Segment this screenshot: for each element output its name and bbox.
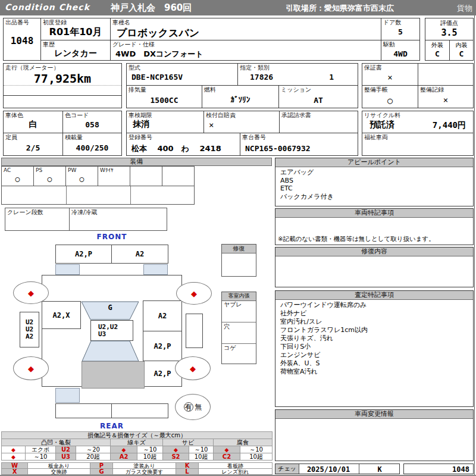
damage-diamond-icon: ◆ [190,364,196,373]
panel-title: 車両変更情報 [275,410,473,419]
spare-have-circled: 有 [184,402,193,412]
field-value: 058 [63,120,121,129]
legend-code: C2 [213,453,240,461]
diagram-roof: U2,U2 U3 [90,320,133,341]
brand-title: Condition Check [5,2,90,12]
repair-details-panel: 修復内容 [275,247,474,287]
legend-code: S2 [162,453,189,461]
diagram-right-fender: A2 [143,300,182,331]
assessment-item: エンジンサビ [280,351,468,359]
diagram-left-side-sill: U2 U2 A2 [20,312,39,347]
panel-title: アピールポイント [275,158,473,167]
field-value: 400/250 [63,143,121,152]
field-label: 整備記録 [420,86,444,93]
field-history: 車歴 レンタカー [40,40,111,61]
field-value: 4WD DXコンフォート [115,49,203,60]
field-value: ○ [362,95,418,106]
field-value: プロボックスバン [117,26,199,40]
field-body-color: 車体色 白 [3,111,63,133]
field-label: 積載量 [65,134,83,140]
field-load: 積載量 400/250 [62,133,122,156]
field-value: 白 [4,119,62,130]
assessment-item: 社外ナビ [280,309,468,318]
damage-diamond-icon: ◆ [191,289,197,298]
field-class-number: 指定・類別 17826 1 [237,63,358,86]
field-label: 整備手帳 [364,86,388,93]
assessment-item: 外装A、U、S [280,359,468,368]
appeal-item: エアバッグ [280,168,468,177]
assessment-item: フロントガラスワレ1cm以内 [280,326,468,334]
damage-diamond-icon: ◆ [28,364,34,373]
legend-code-label: 交換跡 [27,468,90,475]
field-lot-number: 出品番号 1048 [3,18,41,61]
field-value: ｶﾞｿﾘﾝ [202,95,278,104]
assessment-notes-panel: 査定特記事項 パワーウインドウ運転席のみ 社外ナビ 室内汚れ/スレ フロントガラ… [275,290,474,407]
appeal-points-panel: アピールポイント エアバッグ ABS ETC バックカメラ付き [275,158,474,206]
interior-grade: C [450,49,473,58]
field-label: 福祉車両 [364,134,388,140]
field-fuel: 燃料 ｶﾞｿﾘﾝ [202,85,279,108]
headlight-left-glass [55,264,80,275]
panel-title: 査定特記事項 [275,291,473,300]
equipment-section-header: 装備 [1,158,272,166]
check-inspector: K [359,465,400,474]
field-label: 承認請求書 [281,112,311,118]
wheel-front-right: ◆ [176,282,212,305]
cabin-lining-box: 客室内張 ヤブレ 穴 コゲ [221,292,256,364]
cabin-lining-title: 客室内張 [222,292,256,301]
appeal-item: ABS [280,177,468,185]
field-label: 検付自賠責 [206,112,236,118]
field-maintenance-record: 整備記録 × [418,85,474,108]
appeal-item: ETC [280,184,468,193]
field-warranty: 保証書 × [362,63,418,86]
headlight-right-glass [143,264,168,275]
mileage-value: 77,925km [4,71,121,86]
check-label: チェック [275,464,299,474]
legend-code-label: レンズ割れ [198,468,273,475]
field-label: 保証書 [364,64,382,71]
front-direction-label: FRONT [82,233,142,241]
field-registration-number: 登録番号 松本 400 わ 2418 [126,133,240,156]
field-chassis-number: 車台番号 NCP165-0067932 [240,133,358,156]
check-lot-number: 1048 [403,464,474,474]
sheet-right-edge [474,15,475,475]
field-label: 評価点 [425,19,473,27]
field-displacement: 排気量 1500CC [126,85,202,108]
field-label: 定員 [5,134,17,140]
field-label: ドア数 [383,19,401,26]
field-label: 車検期限 [129,112,152,118]
class-value-2: 1 [329,73,334,82]
field-label: 燃料 [204,86,216,93]
field-mileage: 走行（現メーター） 77,925km [3,63,122,108]
legend-size: 20超 [76,453,111,461]
recycle-status: 預託済 [369,120,394,130]
score-value: 3.5 [425,27,473,38]
field-first-registration: 初度登録 R01年10月 [40,18,111,40]
field-score-block: 評価点 3.5 外装 C 内装 C [425,18,474,61]
damage-diamond-icon: ◆ [28,289,34,298]
equipment-cell-ac: AC ○ [1,166,34,186]
field-grade: グレード・仕様 4WD DXコンフォート [110,40,383,61]
legend-size: 10超 [189,453,214,461]
legend-size: 10超 [240,453,273,461]
windshield-mark: G [81,303,139,312]
spare-tire-indicator: 有無 [175,394,211,420]
assessment-item: 荷物室A汚れ [280,368,468,376]
check-strip: チェック 2025/10/01 K [275,464,400,474]
field-recycle-fee: リサイクル料 預託済 7,440円 [362,111,474,133]
field-label: 車歴 [43,41,55,48]
appeal-item: バックカメラ付き [280,193,468,201]
equipment-row2 [1,186,195,205]
legend-code: A2 [110,453,137,461]
cabin-lining-row: ヤブレ [222,300,256,322]
equipment-cell-empty [130,166,162,186]
diagram-front-bumper-left: A2,P [55,245,112,264]
legend-code-l: L [176,468,199,475]
class-value-1: 17826 [250,73,273,82]
cargo-deck [82,361,145,389]
field-label: グレード・仕様 [112,41,155,48]
field-model-name: 車種名 プロボックスバン [110,18,383,40]
legend-size: 10超 [137,453,163,461]
diagram-rear-bumper-left [55,403,112,418]
spare-none: 無 [195,402,202,412]
